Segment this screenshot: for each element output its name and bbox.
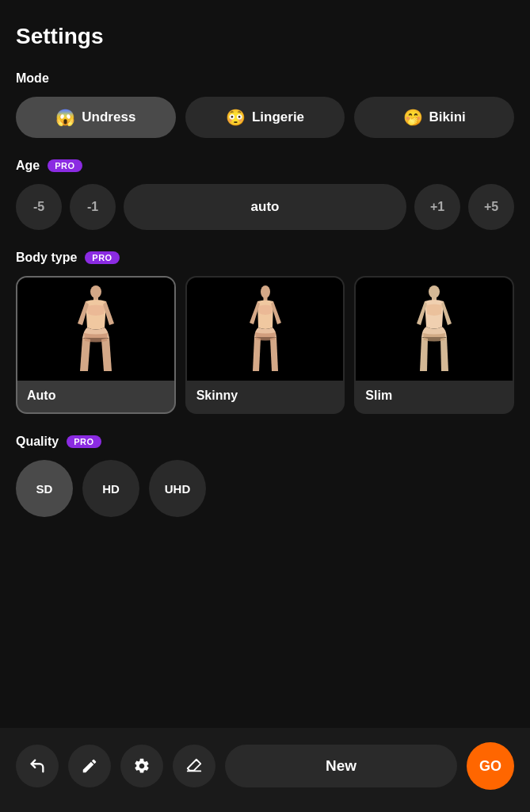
lingerie-label: Lingerie: [252, 109, 304, 125]
body-section: Body type PRO: [16, 251, 514, 414]
new-button[interactable]: New: [225, 745, 457, 787]
settings-icon: [133, 757, 151, 775]
mode-section: Mode 😱 Undress 😳 Lingerie 🤭 Bikini: [16, 71, 514, 138]
body-card-auto-label: Auto: [17, 381, 174, 412]
mode-btn-lingerie[interactable]: 😳 Lingerie: [185, 97, 345, 138]
bikini-emoji: 🤭: [403, 108, 423, 127]
mode-buttons: 😱 Undress 😳 Lingerie 🤭 Bikini: [16, 97, 514, 138]
body-card-slim-img: [356, 278, 513, 381]
undress-label: Undress: [82, 109, 135, 125]
quality-sd-btn[interactable]: SD: [16, 460, 73, 517]
body-card-slim[interactable]: Slim: [354, 276, 514, 414]
quality-label: Quality PRO: [16, 435, 514, 449]
mode-btn-undress[interactable]: 😱 Undress: [16, 97, 176, 138]
body-figure-slim-svg: [406, 284, 462, 375]
page-title: Settings: [16, 24, 514, 49]
mode-btn-bikini[interactable]: 🤭 Bikini: [354, 97, 514, 138]
settings-button[interactable]: [120, 745, 163, 787]
eraser-icon: [185, 757, 203, 775]
mode-label: Mode: [16, 71, 514, 86]
bottom-toolbar: New GO: [0, 728, 530, 812]
age-plus1-btn[interactable]: +1: [414, 184, 460, 230]
age-plus5-btn[interactable]: +5: [468, 184, 514, 230]
svg-point-2: [261, 285, 270, 298]
body-card-auto[interactable]: Auto: [16, 276, 176, 414]
age-auto-btn[interactable]: auto: [124, 184, 406, 230]
page-container: Settings Mode 😱 Undress 😳 Lingerie 🤭 Bik…: [0, 0, 530, 812]
body-type-label: Body type PRO: [16, 251, 514, 265]
quality-pro-badge: PRO: [67, 435, 101, 448]
go-label: GO: [479, 758, 501, 775]
back-icon: [29, 757, 46, 775]
body-card-skinny-label: Skinny: [187, 381, 344, 412]
body-card-skinny[interactable]: Skinny: [185, 276, 345, 414]
body-cards: Auto: [16, 276, 514, 414]
body-figure-auto-svg: [68, 284, 124, 375]
quality-hd-btn[interactable]: HD: [82, 460, 139, 517]
quality-buttons: SD HD UHD: [16, 460, 514, 517]
new-label: New: [326, 757, 357, 775]
undress-emoji: 😱: [55, 108, 75, 127]
svg-point-0: [90, 285, 101, 298]
bikini-label: Bikini: [429, 109, 466, 125]
body-card-auto-img: [17, 278, 174, 381]
go-button[interactable]: GO: [467, 742, 514, 790]
svg-point-4: [429, 285, 440, 298]
brush-button[interactable]: [68, 745, 111, 787]
age-section: Age PRO -5 -1 auto +1 +5: [16, 159, 514, 230]
brush-icon: [81, 757, 98, 775]
quality-uhd-btn[interactable]: UHD: [149, 460, 206, 517]
age-pro-badge: PRO: [48, 159, 82, 172]
age-buttons: -5 -1 auto +1 +5: [16, 184, 514, 230]
body-card-skinny-img: [187, 278, 344, 381]
lingerie-emoji: 😳: [226, 108, 246, 127]
eraser-button[interactable]: [173, 745, 215, 787]
quality-section: Quality PRO SD HD UHD: [16, 435, 514, 517]
back-button[interactable]: [16, 745, 59, 787]
age-label: Age PRO: [16, 159, 514, 173]
body-card-slim-label: Slim: [356, 381, 513, 412]
age-minus1-btn[interactable]: -1: [70, 184, 116, 230]
age-minus5-btn[interactable]: -5: [16, 184, 62, 230]
body-pro-badge: PRO: [85, 251, 119, 264]
body-figure-skinny-svg: [238, 284, 293, 375]
